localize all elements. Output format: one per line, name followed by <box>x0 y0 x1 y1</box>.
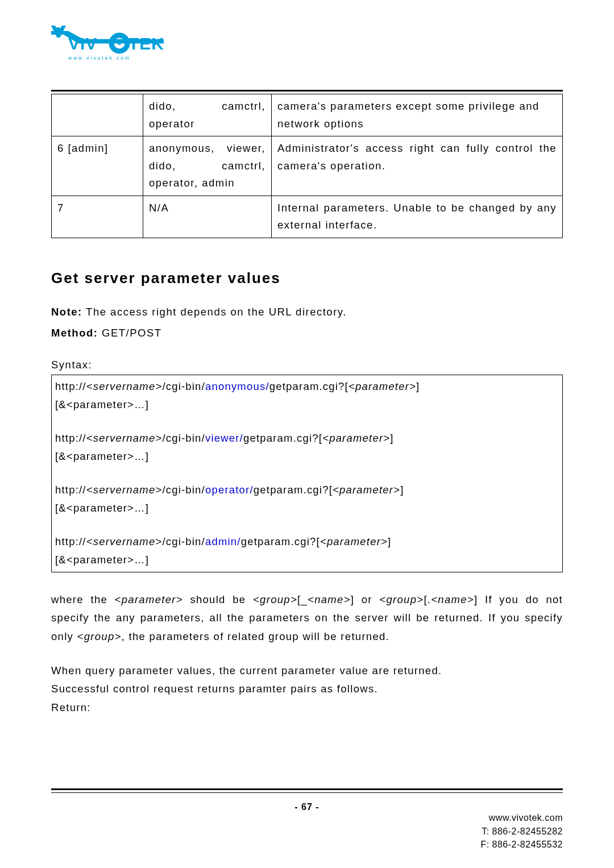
cell-level <box>52 94 143 136</box>
cell-desc: Administrator's access right can fully c… <box>272 136 563 196</box>
table-row: dido, camctrl, operator camera's paramet… <box>52 94 563 136</box>
query-paragraph: When query parameter values, the current… <box>51 662 563 717</box>
footer-rule <box>51 788 563 793</box>
footer-contact: www.vivotek.com T: 886-2-82455282 F: 886… <box>480 811 563 851</box>
svg-text:www.vivotek.com: www.vivotek.com <box>68 55 131 61</box>
syntax-tail: [&<parameter>…] <box>55 447 559 465</box>
return-label: Return: <box>51 699 563 717</box>
syntax-line-operator: http://<servername>/cgi-bin/operator/get… <box>55 481 559 499</box>
syntax-box: http://<servername>/cgi-bin/anonymous/ge… <box>51 375 563 572</box>
cell-desc: camera's parameters except some privileg… <box>272 94 563 136</box>
section-heading: Get server parameter values <box>51 269 563 287</box>
page-number: - 67 - <box>0 802 614 812</box>
syntax-line-anonymous: http://<servername>/cgi-bin/anonymous/ge… <box>55 377 559 395</box>
query-line-1: When query parameter values, the current… <box>51 662 563 680</box>
cell-roles: anonymous, viewer, dido, camctrl, operat… <box>143 136 272 196</box>
footer-site: www.vivotek.com <box>480 811 563 824</box>
cell-level: 7 <box>52 196 143 238</box>
cell-roles: N/A <box>143 196 272 238</box>
svg-text:VIV: VIV <box>68 34 97 53</box>
cell-roles: dido, camctrl, operator <box>143 94 272 136</box>
syntax-label: Syntax: <box>51 359 563 371</box>
note-text: The access right depends on the URL dire… <box>82 306 347 318</box>
method-label: Method: <box>51 327 98 339</box>
footer-tel: T: 886-2-82455282 <box>480 825 563 838</box>
svg-text:TEK: TEK <box>128 34 164 53</box>
syntax-line-viewer: http://<servername>/cgi-bin/viewer/getpa… <box>55 429 559 447</box>
cell-desc: Internal parameters. Unable to be change… <box>272 196 563 238</box>
syntax-tail: [&<parameter>…] <box>55 396 559 413</box>
svg-point-3 <box>118 41 121 45</box>
cell-level: 6 [admin] <box>52 136 143 196</box>
footer-fax: F: 886-2-82455532 <box>480 838 563 851</box>
syntax-line-admin: http://<servername>/cgi-bin/admin/getpar… <box>55 533 559 550</box>
table-row: 7 N/A Internal parameters. Unable to be … <box>52 196 563 238</box>
where-paragraph: where the <parameter> should be <group>[… <box>51 591 563 646</box>
method-text: GET/POST <box>98 327 161 339</box>
security-level-table: dido, camctrl, operator camera's paramet… <box>51 94 563 238</box>
query-line-2: Successful control request returns param… <box>51 680 563 698</box>
method-line: Method: GET/POST <box>51 324 563 342</box>
brand-logo: VIV TEK www.vivotek.com <box>51 26 563 64</box>
syntax-tail: [&<parameter>…] <box>55 499 559 517</box>
note-line: Note: The access right depends on the UR… <box>51 303 563 321</box>
table-row: 6 [admin] anonymous, viewer, dido, camct… <box>52 136 563 196</box>
note-label: Note: <box>51 306 82 318</box>
syntax-tail: [&<parameter>…] <box>55 551 559 568</box>
